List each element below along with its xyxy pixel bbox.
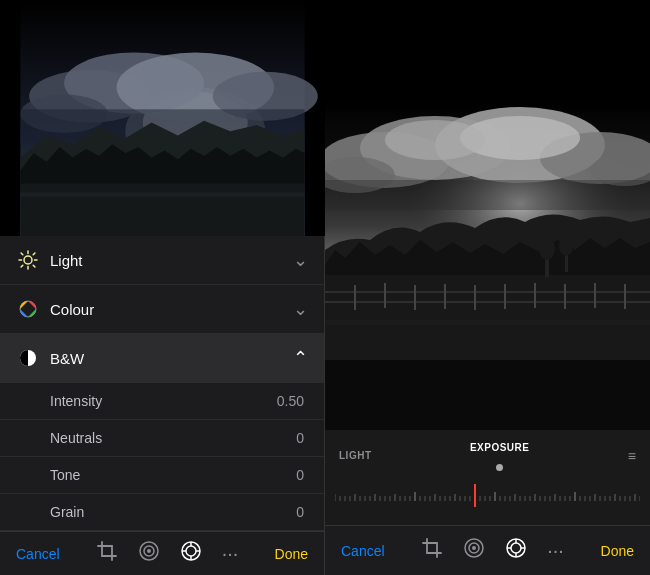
svg-point-24 <box>147 549 151 553</box>
more-icon[interactable]: ··· <box>222 542 239 565</box>
bw-icon <box>16 346 40 370</box>
light-chevron: ⌄ <box>293 249 308 271</box>
left-done-button[interactable]: Done <box>275 546 308 562</box>
right-more-icon[interactable]: ··· <box>547 539 564 562</box>
neutrals-label: Neutrals <box>50 430 102 446</box>
slider-dot-indicator <box>496 464 503 471</box>
right-adjust-icon[interactable] <box>505 537 527 564</box>
svg-point-60 <box>559 236 573 256</box>
right-filter-icon[interactable] <box>463 537 485 564</box>
intensity-value: 0.50 <box>277 393 304 409</box>
intensity-label: Intensity <box>50 393 102 409</box>
svg-point-26 <box>186 546 196 556</box>
crop-icon[interactable] <box>96 540 118 567</box>
right-toolbar-icons: ··· <box>421 537 564 564</box>
bw-chevron: ⌃ <box>293 347 308 369</box>
sun-icon <box>16 248 40 272</box>
photo-preview-left <box>0 0 325 236</box>
colour-icon <box>16 297 40 321</box>
right-panel: LIGHT EXPOSURE ≡ <box>325 0 650 575</box>
svg-line-17 <box>33 265 35 267</box>
grain-value: 0 <box>296 504 304 520</box>
neutrals-value: 0 <box>296 430 304 446</box>
svg-point-58 <box>539 236 555 260</box>
svg-point-126 <box>472 546 476 550</box>
svg-rect-56 <box>325 320 650 325</box>
svg-point-41 <box>385 120 485 160</box>
left-bottom-toolbar: Cancel <box>0 531 324 575</box>
tone-value: 0 <box>296 467 304 483</box>
svg-rect-9 <box>20 184 304 236</box>
slider-area: LIGHT EXPOSURE ≡ <box>325 430 650 525</box>
light-control-item[interactable]: Light ⌄ <box>0 236 324 285</box>
intensity-row[interactable]: Intensity 0.50 <box>0 383 324 420</box>
right-done-button[interactable]: Done <box>601 543 634 559</box>
grain-row[interactable]: Grain 0 <box>0 494 324 531</box>
left-panel: Light ⌄ Colour ⌄ <box>0 0 325 575</box>
svg-rect-31 <box>325 0 650 100</box>
tone-row[interactable]: Tone 0 <box>0 457 324 494</box>
slider-track[interactable] <box>335 479 640 519</box>
light-label: Light <box>50 252 293 269</box>
left-cancel-button[interactable]: Cancel <box>16 546 60 562</box>
right-bottom-toolbar: Cancel <box>325 525 650 575</box>
left-toolbar-icons: ··· <box>96 540 239 567</box>
bw-label: B&W <box>50 350 293 367</box>
slider-center-area: EXPOSURE <box>470 437 530 475</box>
svg-rect-61 <box>325 360 650 430</box>
svg-line-16 <box>21 253 23 255</box>
svg-rect-10 <box>20 192 304 196</box>
right-cancel-button[interactable]: Cancel <box>341 543 385 559</box>
tone-label: Tone <box>50 467 80 483</box>
adjust-icon[interactable] <box>180 540 202 567</box>
controls-list: Light ⌄ Colour ⌄ <box>0 236 324 531</box>
photo-preview-right <box>325 0 650 430</box>
bw-control-item[interactable]: B&W ⌃ <box>0 334 324 383</box>
filter-icon[interactable] <box>138 540 160 567</box>
svg-line-19 <box>21 265 23 267</box>
menu-lines-icon[interactable]: ≡ <box>628 448 636 464</box>
colour-chevron: ⌄ <box>293 298 308 320</box>
svg-point-11 <box>24 256 32 264</box>
colour-label: Colour <box>50 301 293 318</box>
slider-center-label: EXPOSURE <box>470 442 530 453</box>
bw-sub-controls: Intensity 0.50 Neutrals 0 Tone 0 Grain 0 <box>0 383 324 531</box>
svg-point-128 <box>511 543 521 553</box>
colour-control-item[interactable]: Colour ⌄ <box>0 285 324 334</box>
slider-labels: LIGHT EXPOSURE ≡ <box>335 437 640 475</box>
right-crop-icon[interactable] <box>421 537 443 564</box>
svg-line-18 <box>33 253 35 255</box>
grain-label: Grain <box>50 504 84 520</box>
neutrals-row[interactable]: Neutrals 0 <box>0 420 324 457</box>
slider-left-label: LIGHT <box>339 450 372 461</box>
svg-rect-42 <box>325 180 650 210</box>
